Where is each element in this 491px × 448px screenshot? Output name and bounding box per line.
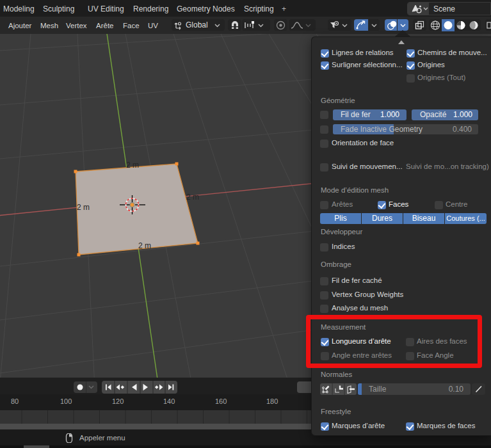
svg-text:2 m: 2 m [186,193,199,202]
svg-text:2 m: 2 m [126,161,139,170]
svg-text:2 m: 2 m [138,241,151,250]
svg-text:2 m: 2 m [77,203,90,212]
